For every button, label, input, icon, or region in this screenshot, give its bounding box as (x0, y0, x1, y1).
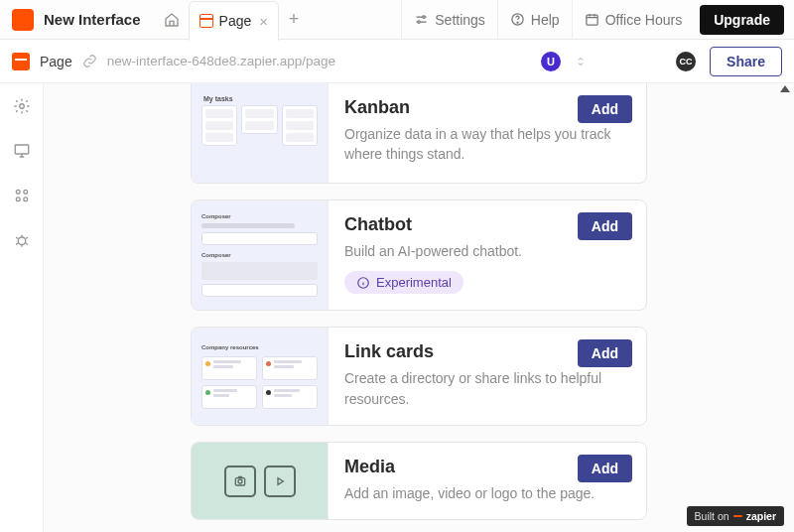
svg-point-0 (423, 16, 426, 19)
svg-point-5 (19, 104, 24, 109)
settings-label: Settings (435, 12, 485, 28)
add-tab-button[interactable]: + (279, 9, 309, 30)
experimental-badge: Experimental (344, 271, 463, 294)
rail-debug[interactable] (13, 231, 31, 252)
component-card-chatbot: Composer Composer Chatbot Add Build an A… (191, 200, 647, 311)
built-on-label: Built on (695, 510, 729, 522)
add-linkcards-button[interactable]: Add (578, 339, 632, 367)
card-desc: Build an AI-powered chatbot. (344, 241, 630, 261)
page-url[interactable]: new-interface-648de8.zapier.app/page (107, 54, 335, 68)
card-desc: Create a directory or share links to hel… (344, 368, 630, 409)
project-name: New Interface (44, 11, 141, 28)
card-desc: Organize data in a way that helps you tr… (344, 124, 630, 165)
upgrade-button[interactable]: Upgrade (700, 5, 784, 35)
svg-point-7 (16, 190, 20, 194)
svg-point-9 (16, 198, 20, 201)
user-avatar[interactable]: U (541, 52, 561, 71)
component-card-media: Media Add Add an image, video or logo to… (191, 442, 647, 520)
badge-label: Experimental (376, 275, 452, 290)
app-logo (12, 9, 34, 31)
grid-icon (13, 187, 31, 204)
built-on-badge[interactable]: Built on zapier (687, 506, 784, 526)
thumb-title: Company resources (201, 344, 318, 350)
tab-label: Page (219, 13, 252, 29)
linkcards-thumbnail: Company resources (192, 328, 329, 425)
svg-point-14 (238, 479, 242, 483)
info-icon (356, 276, 370, 290)
kanban-thumbnail: My tasks (192, 83, 329, 183)
svg-point-3 (517, 22, 518, 23)
svg-point-1 (418, 21, 421, 24)
sliders-icon (414, 12, 429, 27)
rail-apps[interactable] (13, 187, 31, 207)
settings-button[interactable]: Settings (401, 0, 497, 40)
link-icon (82, 54, 97, 68)
page-icon (199, 14, 213, 28)
card-desc: Add an image, video or logo to the page. (344, 483, 630, 503)
component-card-kanban: My tasks Kanban Add Organize data in a w… (191, 83, 647, 184)
chatbot-thumbnail: Composer Composer (192, 200, 329, 310)
zapier-underline-icon (733, 515, 742, 517)
page-type-icon (12, 53, 30, 70)
thumb-title: My tasks (203, 95, 233, 102)
chevron-updown-icon[interactable] (575, 55, 587, 68)
svg-point-10 (23, 198, 27, 201)
home-button[interactable] (155, 3, 189, 37)
play-icon (264, 466, 296, 497)
add-chatbot-button[interactable]: Add (578, 212, 632, 240)
help-button[interactable]: Help (497, 0, 572, 40)
office-hours-button[interactable]: Office Hours (572, 0, 695, 40)
svg-point-11 (18, 237, 26, 245)
svg-rect-4 (587, 15, 597, 25)
rail-settings[interactable] (13, 97, 31, 118)
page-label: Page (40, 54, 72, 69)
help-label: Help (531, 12, 560, 28)
svg-point-8 (23, 190, 27, 194)
media-thumbnail (192, 443, 329, 519)
desktop-icon (13, 142, 31, 160)
svg-marker-15 (278, 477, 283, 484)
share-button[interactable]: Share (710, 47, 782, 76)
home-icon (164, 12, 180, 28)
brand-label: zapier (746, 510, 776, 522)
help-icon (510, 12, 525, 27)
gear-icon (13, 97, 31, 115)
office-hours-label: Office Hours (605, 12, 683, 28)
add-kanban-button[interactable]: Add (578, 95, 632, 123)
image-icon (224, 466, 256, 497)
svg-rect-6 (15, 145, 29, 154)
calendar-icon (585, 12, 599, 27)
scroll-up-indicator[interactable] (780, 85, 790, 92)
bug-icon (13, 231, 31, 249)
add-media-button[interactable]: Add (578, 455, 632, 482)
rail-desktop[interactable] (13, 142, 31, 163)
tab-page[interactable]: Page × (189, 1, 279, 41)
cc-badge[interactable]: CC (676, 52, 696, 71)
close-icon[interactable]: × (259, 14, 268, 29)
component-card-linkcards: Company resources Link cards Add Create … (191, 327, 647, 426)
